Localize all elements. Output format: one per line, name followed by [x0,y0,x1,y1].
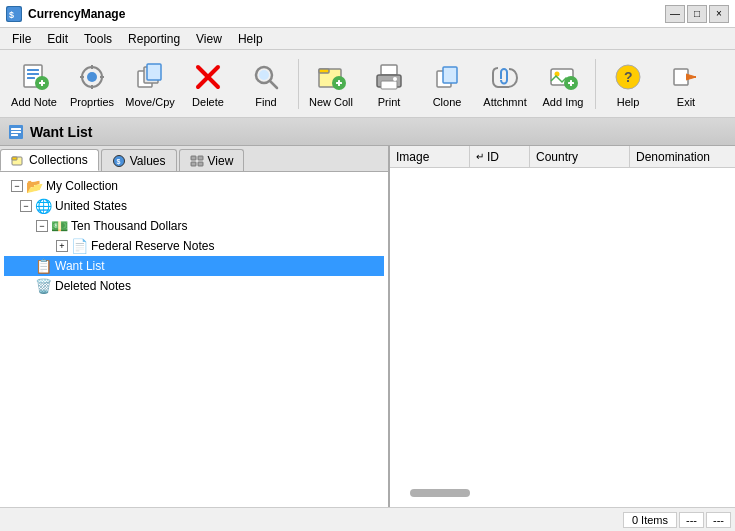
tree-deleted-notes[interactable]: 🗑️ Deleted Notes [4,276,384,296]
add-img-icon [547,61,579,93]
tree-deleted-notes-label: Deleted Notes [55,279,131,293]
toolbar-divider-1 [298,59,299,109]
tab-view-label: View [208,154,234,168]
deleted-icon: 🗑️ [35,278,52,294]
menu-edit[interactable]: Edit [39,30,76,48]
col-country[interactable]: Country [530,146,630,167]
svg-rect-28 [381,65,397,75]
view-tab-icon [190,154,204,168]
status-bar: 0 Items --- --- [0,507,735,531]
svg-rect-46 [11,134,18,136]
toolbar: Add Note Proprties Move/Cpy [0,50,735,118]
maximize-button[interactable]: □ [687,5,707,23]
left-panel: Collections $ Values View [0,146,390,507]
attachment-button[interactable]: Attchmnt [477,55,533,113]
svg-rect-33 [443,67,457,83]
col-id[interactable]: ↵ ID [470,146,530,167]
tab-values-label: Values [130,154,166,168]
add-note-label: Add Note [11,96,57,108]
add-note-button[interactable]: Add Note [6,55,62,113]
title-bar-controls: — □ × [665,5,729,23]
table-body [390,168,735,507]
menu-help[interactable]: Help [230,30,271,48]
svg-rect-30 [381,81,397,89]
svg-point-10 [87,72,97,82]
tree-expander-us[interactable]: − [20,200,32,212]
delete-label: Delete [192,96,224,108]
properties-label: Proprties [70,96,114,108]
tree-ten-thousand[interactable]: − 💵 Ten Thousand Dollars [4,216,384,236]
col-id-label: ID [487,150,499,164]
sort-icon-id: ↵ [476,151,484,162]
svg-rect-53 [191,162,196,166]
note-icon: 📄 [71,238,88,254]
svg-rect-5 [27,77,35,79]
properties-button[interactable]: Proprties [64,55,120,113]
move-copy-button[interactable]: Move/Cpy [122,55,178,113]
menu-file[interactable]: File [4,30,39,48]
move-copy-label: Move/Cpy [125,96,175,108]
menu-tools[interactable]: Tools [76,30,120,48]
tree-federal-reserve[interactable]: + 📄 Federal Reserve Notes [4,236,384,256]
toolbar-divider-2 [595,59,596,109]
clone-button[interactable]: Clone [419,55,475,113]
tab-collections[interactable]: Collections [0,149,99,171]
help-button[interactable]: ? Help [600,55,656,113]
svg-point-22 [259,70,269,80]
list-icon [8,124,24,140]
svg-rect-17 [147,64,161,80]
tree-expander-ttd[interactable]: − [36,220,48,232]
add-note-icon [18,61,50,93]
delete-button[interactable]: Delete [180,55,236,113]
tree-want-list[interactable]: 📋 Want List [4,256,384,276]
tree-root[interactable]: − 📂 My Collection [4,176,384,196]
svg-rect-41 [674,69,688,85]
tree-want-list-label: Want List [55,259,105,273]
find-button[interactable]: Find [238,55,294,113]
svg-point-31 [393,77,397,81]
col-image[interactable]: Image [390,146,470,167]
tab-values[interactable]: $ Values [101,149,177,171]
svg-rect-8 [41,80,43,86]
tree-expander-root[interactable]: − [11,180,23,192]
new-coll-label: New Coll [309,96,353,108]
status-sep-2: --- [706,512,731,528]
help-label: Help [617,96,640,108]
tree-united-states[interactable]: − 🌐 United States [4,196,384,216]
col-image-label: Image [396,150,429,164]
svg-rect-44 [11,128,21,130]
svg-text:$: $ [9,10,14,20]
tab-bar: Collections $ Values View [0,146,388,172]
svg-rect-52 [198,156,203,160]
scrollbar-thumb[interactable] [410,489,470,497]
minimize-button[interactable]: — [665,5,685,23]
attachment-label: Attchmnt [483,96,526,108]
col-denomination[interactable]: Denomination [630,146,735,167]
exit-icon [670,61,702,93]
collections-tab-icon [11,153,25,167]
svg-rect-48 [12,157,17,160]
tab-view[interactable]: View [179,149,245,171]
add-img-button[interactable]: Add Img [535,55,591,113]
tree-root-label: My Collection [46,179,118,193]
want-list-icon: 📋 [35,258,52,274]
tree-expander-frn[interactable]: + [56,240,68,252]
globe-icon: 🌐 [35,198,52,214]
exit-button[interactable]: Exit [658,55,714,113]
app-title: CurrencyManage [28,7,125,21]
menu-view[interactable]: View [188,30,230,48]
tree-ten-thousand-label: Ten Thousand Dollars [71,219,188,233]
svg-rect-4 [27,73,39,75]
menu-reporting[interactable]: Reporting [120,30,188,48]
col-country-label: Country [536,150,578,164]
svg-text:$: $ [116,158,120,166]
table-header: Image ↵ ID Country Denomination FR# Ty [390,146,735,168]
print-button[interactable]: Print [361,55,417,113]
print-icon [373,61,405,93]
title-bar-left: $ CurrencyManage [6,6,125,22]
close-button[interactable]: × [709,5,729,23]
print-label: Print [378,96,401,108]
new-coll-button[interactable]: New Coll [303,55,359,113]
tree-area[interactable]: − 📂 My Collection − 🌐 United States − 💵 … [0,172,388,507]
tree-united-states-label: United States [55,199,127,213]
